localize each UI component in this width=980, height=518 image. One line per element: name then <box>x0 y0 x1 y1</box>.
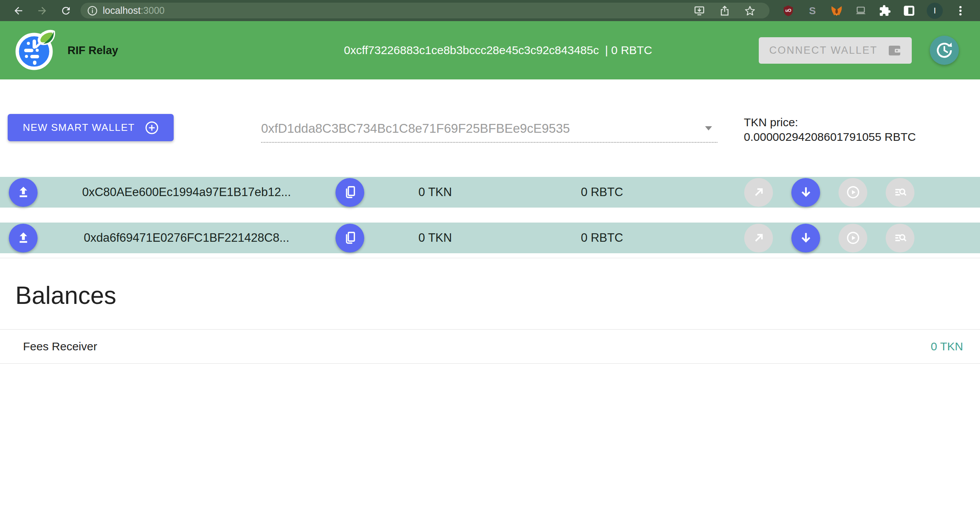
side-panel-icon <box>903 5 915 17</box>
smart-wallet-row: 0xC80AEe600Ec1994a97E1B17eb12... 0 TKN 0… <box>0 177 980 208</box>
inspect-transactions-button[interactable] <box>886 178 914 207</box>
s-extension-icon: S <box>806 5 819 17</box>
connected-account: 0xcff73226883c1ce8b3bccc28e45c3c92c84348… <box>344 21 652 79</box>
ublock-shield-icon: uO <box>782 5 794 17</box>
arrow-outward-icon <box>752 231 766 245</box>
s-extension-button[interactable]: S <box>806 4 819 17</box>
update-clock-icon <box>936 41 953 59</box>
balances-title: Balances <box>15 279 116 312</box>
smart-wallet-row: 0xda6f69471E0276FC1BF221428C8... 0 TKN 0… <box>0 223 980 253</box>
transfer-button[interactable] <box>744 178 773 207</box>
header-actions: CONNECT WALLET <box>759 21 959 79</box>
relay-address-value: 0xfD1dda8C3BC734Bc1C8e71F69F25BFBEe9cE95… <box>261 121 570 136</box>
back-icon <box>13 5 24 16</box>
browser-menu-button[interactable] <box>954 4 967 17</box>
connect-wallet-label: CONNECT WALLET <box>769 45 878 56</box>
arrow-down-icon <box>799 231 813 245</box>
copy-icon <box>343 185 357 199</box>
upload-icon <box>16 231 30 245</box>
rif-relay-page: localhost:3000 uO <box>0 0 980 518</box>
metamask-extension-button[interactable] <box>830 4 843 17</box>
execute-button[interactable] <box>839 224 867 252</box>
section-divider <box>0 258 980 258</box>
account-balance: | 0 RBTC <box>605 44 652 57</box>
url-text: localhost:3000 <box>103 5 164 16</box>
wallet-icon <box>888 43 901 57</box>
copy-icon <box>343 231 357 245</box>
forward-icon <box>36 5 48 16</box>
arrow-down-icon <box>799 185 813 199</box>
wallet-row-actions <box>744 224 914 252</box>
puzzle-icon <box>879 5 891 17</box>
execute-button[interactable] <box>839 178 867 207</box>
rif-relay-logo-icon <box>13 27 59 73</box>
reload-icon <box>60 5 72 16</box>
site-info-icon[interactable] <box>87 5 98 16</box>
token-price-value: 0.00000294208601791055 RBTC <box>744 130 916 144</box>
app-header: RIF Relay 0xcff73226883c1ce8b3bccc28e45c… <box>0 21 980 79</box>
forward-button[interactable] <box>34 2 51 19</box>
metamask-fox-icon <box>830 5 843 17</box>
side-panel-button[interactable] <box>903 4 916 17</box>
play-circle-icon <box>846 185 860 199</box>
wallet-address: 0xda6f69471E0276FC1BF221428C8... <box>84 231 289 245</box>
manage-search-icon <box>893 231 907 245</box>
url-host: localhost <box>103 5 141 16</box>
wallet-rbtc-balance: 0 RBTC <box>506 231 698 245</box>
manage-search-icon <box>893 185 907 199</box>
refresh-button[interactable] <box>930 36 959 65</box>
bookmark-star-icon[interactable] <box>744 5 756 16</box>
wallet-row-actions <box>744 178 914 207</box>
add-circle-icon <box>145 121 159 135</box>
s-extension-label: S <box>809 5 816 16</box>
url-port: :3000 <box>141 5 165 16</box>
transfer-button[interactable] <box>744 224 773 252</box>
fees-receiver-value: 0 TKN <box>931 340 963 353</box>
account-address: 0xcff73226883c1ce8b3bccc28e45c3c92c84348… <box>344 44 599 57</box>
screen-extension-button[interactable] <box>854 4 867 17</box>
install-app-icon[interactable] <box>694 5 705 16</box>
play-circle-icon <box>846 231 860 245</box>
connect-wallet-button[interactable]: CONNECT WALLET <box>759 37 912 64</box>
balances-table-row: Fees Receiver 0 TKN <box>0 329 980 364</box>
more-vert-icon <box>954 5 967 17</box>
receive-button[interactable] <box>791 178 820 207</box>
wallet-address: 0xC80AEe600Ec1994a97E1B17eb12... <box>82 185 291 199</box>
new-smart-wallet-button[interactable]: NEW SMART WALLET <box>8 114 174 141</box>
back-button[interactable] <box>10 2 27 19</box>
laptop-icon <box>855 5 867 17</box>
ublock-extension-button[interactable]: uO <box>782 4 795 17</box>
copy-address-button[interactable] <box>335 224 364 252</box>
token-price-label: TKN price: <box>744 115 916 130</box>
app-title: RIF Relay <box>67 44 118 57</box>
new-smart-wallet-label: NEW SMART WALLET <box>23 122 135 134</box>
token-price: TKN price: 0.00000294208601791055 RBTC <box>744 115 916 144</box>
browser-profile-avatar[interactable]: I <box>927 3 943 19</box>
extensions-area: uO S <box>782 0 967 21</box>
browser-toolbar: localhost:3000 uO <box>0 0 980 21</box>
profile-initial: I <box>934 6 936 16</box>
wallet-token-balance: 0 TKN <box>364 185 506 199</box>
reload-button[interactable] <box>58 2 74 19</box>
wallet-rbtc-balance: 0 RBTC <box>506 185 698 199</box>
upload-icon <box>16 185 30 199</box>
share-icon[interactable] <box>719 5 730 16</box>
address-bar[interactable]: localhost:3000 <box>81 3 770 18</box>
copy-address-button[interactable] <box>335 178 364 207</box>
chevron-down-icon <box>705 126 712 130</box>
relay-address-select[interactable]: 0xfD1dda8C3BC734Bc1C8e71F69F25BFBEe9cE95… <box>261 115 717 143</box>
extensions-menu-button[interactable] <box>878 4 891 17</box>
ublock-label: uO <box>785 8 791 13</box>
wallet-token-balance: 0 TKN <box>364 231 506 245</box>
receive-button[interactable] <box>791 224 820 252</box>
fees-receiver-label: Fees Receiver <box>23 340 97 353</box>
deploy-wallet-button[interactable] <box>9 224 38 252</box>
deploy-wallet-button[interactable] <box>9 178 38 207</box>
arrow-outward-icon <box>752 185 766 199</box>
inspect-transactions-button[interactable] <box>886 224 914 252</box>
